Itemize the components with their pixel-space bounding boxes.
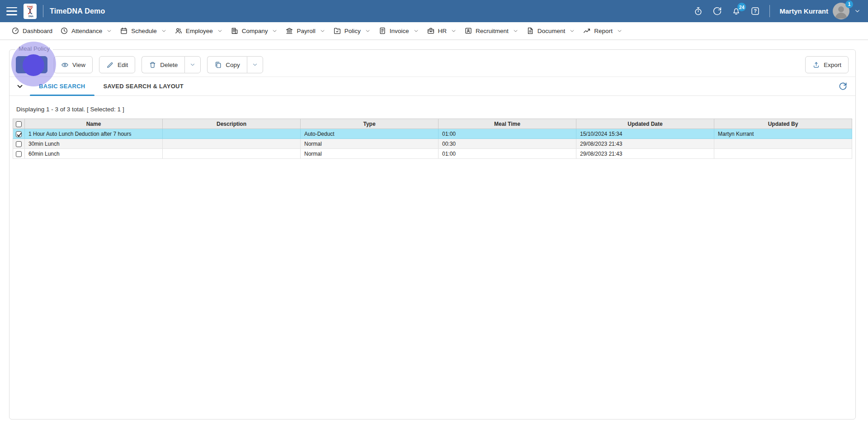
user-name: Martyn Kurrant — [779, 7, 828, 15]
collapse-search-button[interactable] — [16, 82, 25, 91]
svg-text:?: ? — [754, 8, 757, 14]
delete-dropdown-button[interactable] — [184, 56, 201, 73]
dashboard-icon — [11, 27, 19, 35]
table-header-row: Name Description Type Meal Time Updated … — [13, 119, 852, 129]
chevron-down-icon — [854, 8, 861, 14]
table-row[interactable]: 60min Lunch Normal 01:00 29/08/2023 21:4… — [13, 149, 852, 159]
help-button[interactable]: ? — [750, 6, 760, 16]
view-label: View — [72, 62, 85, 68]
nav-item-policy[interactable]: Policy — [333, 27, 371, 35]
nav-item-company[interactable]: Company — [231, 27, 278, 35]
column-header-updated-date[interactable]: Updated Date — [576, 119, 714, 129]
chevron-down-icon — [451, 28, 457, 34]
table-row[interactable]: 30min Lunch Normal 00:30 29/08/2023 21:4… — [13, 139, 852, 149]
clock-icon — [60, 27, 68, 35]
hamburger-menu-icon[interactable] — [6, 7, 17, 15]
help-icon: ? — [750, 6, 760, 16]
view-button[interactable]: View — [54, 56, 93, 73]
column-header-meal-time[interactable]: Meal Time — [439, 119, 576, 129]
chevron-down-icon — [320, 28, 326, 34]
bank-icon — [285, 27, 293, 35]
delete-label: Delete — [160, 62, 178, 68]
edit-button[interactable]: Edit — [99, 56, 135, 73]
panel-legend: Meal Policy — [15, 45, 53, 52]
export-button[interactable]: Export — [805, 56, 849, 73]
notification-count-badge: 24 — [737, 3, 746, 11]
cell-updated-by — [714, 139, 852, 149]
nav-item-report[interactable]: Report — [583, 27, 623, 35]
column-header-updated-by[interactable]: Updated By — [714, 119, 852, 129]
cell-updated-by: Martyn Kurrant — [714, 129, 852, 139]
stopwatch-icon — [693, 6, 703, 16]
building-icon — [231, 27, 239, 35]
eye-icon — [61, 61, 69, 69]
chevron-down-icon — [569, 28, 575, 34]
cell-description — [163, 139, 301, 149]
refresh-icon — [712, 6, 722, 16]
row-checkbox[interactable] — [16, 151, 22, 157]
copy-button[interactable]: Copy — [207, 56, 247, 73]
export-icon — [812, 61, 820, 69]
grid-refresh-button[interactable] — [839, 81, 849, 91]
topbar-divider — [769, 5, 770, 17]
plus-icon — [23, 62, 28, 67]
meal-policy-table: Name Description Type Meal Time Updated … — [13, 119, 852, 159]
nav-item-payroll[interactable]: Payroll — [285, 27, 325, 35]
check-icon — [16, 132, 22, 138]
invoice-icon — [378, 27, 387, 35]
user-menu[interactable]: Martyn Kurrant 1 — [779, 3, 861, 19]
toolbar: View Edit Delete Copy — [9, 50, 855, 77]
nav-item-document[interactable]: Document — [526, 27, 576, 35]
nav-item-schedule[interactable]: Schedule — [120, 27, 166, 35]
chevron-down-icon — [189, 62, 196, 68]
briefcase-icon — [427, 27, 435, 35]
cell-name: 30min Lunch — [25, 139, 163, 149]
meal-policy-table-wrap: Name Description Type Meal Time Updated … — [13, 119, 852, 159]
nav-item-invoice[interactable]: Invoice — [378, 27, 419, 35]
timedna-logo-icon: TIME DNA — [24, 5, 36, 18]
nav-label: Policy — [344, 28, 361, 34]
cell-name: 60min Lunch — [25, 149, 163, 159]
chevron-down-icon — [106, 28, 112, 34]
trash-icon — [149, 61, 156, 69]
chevron-down-icon — [617, 28, 623, 34]
search-tabs-row: BASIC SEARCH SAVED SEARCH & LAYOUT — [9, 77, 855, 96]
avatar: 1 — [833, 3, 849, 19]
timer-button[interactable] — [693, 6, 703, 16]
copy-label: Copy — [226, 62, 240, 68]
column-header-name[interactable]: Name — [25, 119, 163, 129]
id-card-icon — [464, 27, 472, 35]
nav-item-employee[interactable]: Employee — [175, 27, 223, 35]
column-header-description[interactable]: Description — [163, 119, 301, 129]
topbar-right: 24 ? Martyn Kurrant 1 — [693, 3, 861, 19]
select-all-header[interactable] — [13, 119, 25, 129]
topbar-left: TIME DNA TimeDNA Demo — [6, 4, 105, 19]
select-all-checkbox[interactable] — [16, 121, 22, 127]
app-logo[interactable]: TIME DNA — [24, 4, 37, 19]
row-checkbox[interactable] — [16, 141, 22, 147]
row-checkbox-checked[interactable] — [16, 131, 22, 137]
nav-label: Company — [242, 28, 268, 34]
delete-button[interactable]: Delete — [142, 56, 184, 73]
meal-policy-panel: Meal Policy View Edit Delete — [9, 49, 856, 420]
app-title: TimeDNA Demo — [50, 7, 105, 15]
copy-dropdown-button[interactable] — [247, 56, 263, 73]
nav-item-attendance[interactable]: Attendance — [60, 27, 112, 35]
column-header-type[interactable]: Type — [301, 119, 439, 129]
chevron-down-icon — [513, 28, 519, 34]
primary-action-button[interactable] — [16, 56, 47, 73]
delete-button-group: Delete — [142, 56, 201, 73]
nav-item-hr[interactable]: HR — [427, 27, 457, 35]
pencil-icon — [106, 61, 114, 69]
notifications-button[interactable]: 24 — [731, 6, 741, 16]
refresh-icon — [839, 82, 847, 91]
tab-saved-search-layout[interactable]: SAVED SEARCH & LAYOUT — [94, 77, 193, 95]
nav-item-recruitment[interactable]: Recruitment — [464, 27, 519, 35]
table-row[interactable]: 1 Hour Auto Lunch Deduction after 7 hour… — [13, 129, 852, 139]
export-label: Export — [824, 62, 841, 68]
svg-text:TIME: TIME — [27, 5, 33, 8]
nav-item-dashboard[interactable]: Dashboard — [11, 27, 52, 35]
cell-type: Normal — [301, 139, 439, 149]
refresh-button[interactable] — [712, 6, 722, 16]
tab-basic-search[interactable]: BASIC SEARCH — [30, 77, 94, 95]
